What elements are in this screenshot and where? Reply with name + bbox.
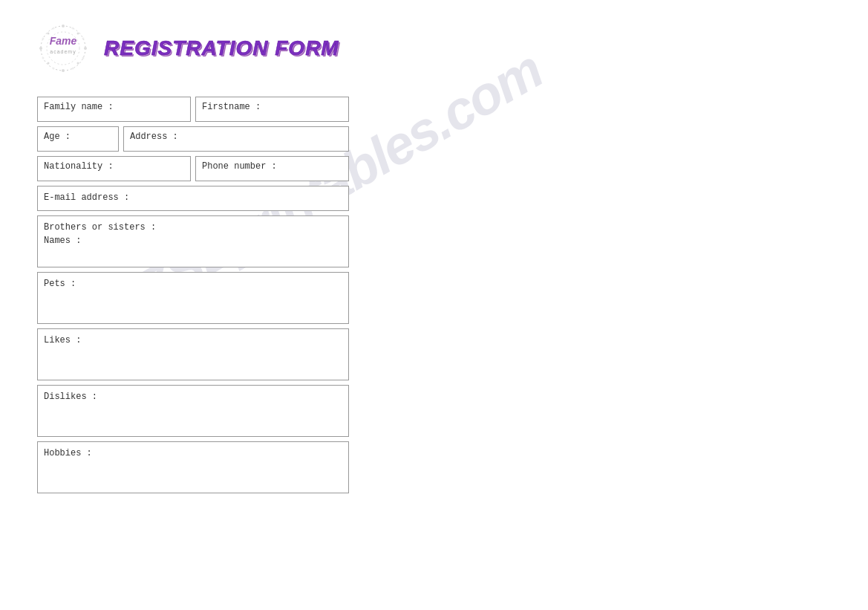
- page: ZSLprintables.com Fame academy: [0, 0, 868, 516]
- nationality-field[interactable]: Nationality :: [37, 156, 191, 181]
- family-name-label: Family name :: [44, 102, 114, 112]
- row-email: E-mail address :: [37, 186, 349, 211]
- svg-point-14: [42, 57, 45, 59]
- registration-title: REGISTRATION FORM: [97, 36, 339, 60]
- pets-label: Pets :: [44, 279, 342, 289]
- svg-point-11: [77, 62, 79, 65]
- content: Fame academy: [37, 22, 831, 493]
- age-field[interactable]: Age :: [37, 126, 119, 152]
- svg-point-9: [77, 33, 79, 35]
- header: Fame academy: [37, 22, 831, 74]
- svg-text:Fame: Fame: [50, 35, 77, 47]
- phone-field[interactable]: Phone number :: [195, 156, 349, 181]
- row-nationality-phone: Nationality : Phone number :: [37, 156, 349, 181]
- svg-point-19: [72, 68, 74, 70]
- row-dislikes: Dislikes :: [37, 385, 349, 437]
- age-label: Age :: [44, 132, 71, 142]
- hobbies-field[interactable]: Hobbies :: [37, 441, 349, 493]
- pets-field[interactable]: Pets :: [37, 272, 349, 324]
- firstname-field[interactable]: Firstname :: [195, 97, 349, 122]
- row-brothers: Brothers or sisters : Names :: [37, 215, 349, 267]
- row-hobbies: Hobbies :: [37, 441, 349, 493]
- brothers-label: Brothers or sisters :: [44, 222, 342, 233]
- brothers-field[interactable]: Brothers or sisters : Names :: [37, 215, 349, 267]
- svg-text:academy: academy: [50, 49, 76, 55]
- row-name: Family name : Firstname :: [37, 97, 349, 122]
- dislikes-label: Dislikes :: [44, 392, 342, 402]
- registration-form: Family name : Firstname : Age : Address …: [37, 97, 349, 493]
- family-name-field[interactable]: Family name :: [37, 97, 191, 122]
- svg-point-10: [48, 62, 50, 65]
- svg-point-6: [62, 25, 65, 27]
- svg-point-12: [42, 38, 45, 40]
- row-likes: Likes :: [37, 328, 349, 380]
- likes-field[interactable]: Likes :: [37, 328, 349, 380]
- brothers-content: Brothers or sisters : Names :: [44, 222, 342, 246]
- svg-point-7: [62, 69, 65, 72]
- svg-point-5: [84, 47, 87, 50]
- dislikes-field[interactable]: Dislikes :: [37, 385, 349, 437]
- row-age-address: Age : Address :: [37, 126, 349, 152]
- svg-point-4: [39, 47, 42, 50]
- phone-label: Phone number :: [202, 161, 277, 172]
- svg-point-17: [72, 27, 74, 30]
- email-field[interactable]: E-mail address :: [37, 186, 349, 211]
- logo-icon: Fame academy: [37, 22, 89, 74]
- nationality-label: Nationality :: [44, 161, 114, 172]
- svg-point-18: [53, 68, 55, 70]
- email-label: E-mail address :: [44, 192, 129, 203]
- svg-point-16: [53, 27, 55, 30]
- firstname-label: Firstname :: [202, 102, 261, 112]
- row-pets: Pets :: [37, 272, 349, 324]
- hobbies-label: Hobbies :: [44, 448, 342, 458]
- svg-point-15: [82, 57, 85, 59]
- svg-point-8: [48, 33, 50, 35]
- logo-area: Fame academy: [37, 22, 339, 74]
- names-label: Names :: [44, 236, 342, 246]
- address-field[interactable]: Address :: [123, 126, 349, 152]
- svg-point-13: [82, 38, 85, 40]
- address-label: Address :: [130, 132, 178, 142]
- likes-label: Likes :: [44, 335, 342, 345]
